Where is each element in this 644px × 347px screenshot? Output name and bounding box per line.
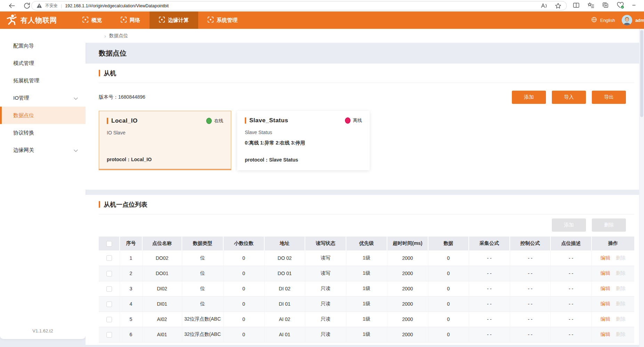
- col-data: 数据: [428, 237, 469, 250]
- row-checkbox[interactable]: [106, 271, 112, 276]
- status-badge: 在线: [206, 118, 223, 124]
- back-icon[interactable]: [8, 2, 16, 10]
- points-section-title: 从机一点位列表: [104, 200, 147, 209]
- cell-address: DI 01: [264, 296, 305, 312]
- cell-data: 0: [428, 312, 469, 327]
- delete-link[interactable]: 删除: [616, 331, 626, 337]
- chevron-down-icon: [74, 95, 78, 101]
- cell-rw: 读写: [305, 266, 346, 281]
- cell-priority: 1级: [346, 266, 387, 281]
- cell-description: - -: [550, 281, 591, 296]
- nav-label: 系统管理: [217, 17, 238, 24]
- chevron-down-icon: [74, 147, 78, 153]
- col-type: 数据类型: [182, 237, 223, 250]
- top-navbar: 有人物联网 概览 网络 边缘计算 系统管理 English: [0, 11, 644, 29]
- edit-link[interactable]: 编辑: [601, 270, 610, 276]
- cell-description: - -: [550, 296, 591, 312]
- refresh-icon[interactable]: [23, 2, 31, 10]
- collections-icon[interactable]: [602, 1, 609, 9]
- version-label: 版本号：: [99, 94, 118, 100]
- row-checkbox[interactable]: [106, 317, 112, 322]
- language-switcher[interactable]: English: [600, 18, 615, 23]
- import-button[interactable]: 导入: [552, 91, 586, 104]
- viewfinder-icon: [121, 17, 127, 24]
- url-text[interactable]: 192.168.1.1/#/origin/edgecalculation/Vie…: [65, 3, 169, 8]
- delete-points-button[interactable]: 删除: [592, 218, 626, 232]
- sidebar: 配置向导 模式管理 拓展机管理 IO管理 数据点位 协议转换 边缘网关 V1.1…: [0, 29, 86, 339]
- slave-card-slave-status[interactable]: Slave_Status 离线 Slave Status 0:离线 1:异常 2…: [237, 111, 370, 170]
- delete-link[interactable]: 删除: [616, 286, 626, 291]
- slave-description: Slave Status: [245, 130, 362, 135]
- split-screen-icon[interactable]: [572, 1, 580, 9]
- slave-card-local-io[interactable]: Local_IO 在线 IO Slave protocol：Local_IO: [99, 111, 231, 170]
- nav-label: 边缘计算: [168, 17, 189, 24]
- sidebar-item-expansion-management[interactable]: 拓展机管理: [0, 72, 86, 89]
- row-checkbox[interactable]: [106, 286, 112, 292]
- sidebar-item-label: 数据点位: [13, 112, 34, 119]
- sidebar-item-edge-gateway[interactable]: 边缘网关: [0, 141, 86, 159]
- sidebar-item-io-management[interactable]: IO管理: [0, 89, 86, 107]
- status-label: 离线: [353, 117, 362, 124]
- sidebar-item-protocol-conversion[interactable]: 协议转换: [0, 124, 86, 141]
- cell-decimals: 0: [223, 296, 264, 312]
- sidebar-item-config-wizard[interactable]: 配置向导: [0, 37, 86, 55]
- page-title: 数据点位: [99, 49, 127, 58]
- nav-item-system-management[interactable]: 系统管理: [198, 11, 247, 29]
- browser-essentials-icon[interactable]: [616, 1, 625, 9]
- edit-link[interactable]: 编辑: [601, 316, 610, 322]
- row-checkbox[interactable]: [106, 255, 112, 261]
- slave-section-header: 从机: [99, 64, 634, 83]
- cell-collect: - -: [469, 327, 510, 342]
- cell-seq: 6: [120, 327, 142, 342]
- delete-link[interactable]: 删除: [616, 255, 626, 261]
- user-avatar[interactable]: [622, 15, 632, 25]
- nav-item-overview[interactable]: 概览: [73, 11, 111, 29]
- nav-item-network[interactable]: 网络: [111, 11, 150, 29]
- delete-link[interactable]: 删除: [616, 301, 626, 306]
- more-options-icon[interactable]: [631, 1, 636, 9]
- favorite-star-icon[interactable]: [555, 2, 562, 9]
- row-checkbox[interactable]: [106, 332, 112, 338]
- edit-link[interactable]: 编辑: [601, 301, 610, 306]
- page-scrollbar[interactable]: [639, 29, 644, 347]
- edit-link[interactable]: 编辑: [601, 255, 610, 261]
- slave-protocol: protocol：Local_IO: [107, 157, 223, 163]
- breadcrumb-current[interactable]: 数据点位: [109, 33, 128, 39]
- export-button[interactable]: 导出: [592, 91, 626, 104]
- cell-control: - -: [510, 296, 550, 312]
- accent-bar: [107, 118, 108, 124]
- col-collect-formula: 采集公式: [469, 237, 510, 250]
- delete-link[interactable]: 删除: [616, 316, 626, 322]
- edit-link[interactable]: 编辑: [601, 331, 610, 337]
- sidebar-item-data-points[interactable]: 数据点位: [0, 107, 86, 124]
- col-control-formula: 控制公式: [510, 237, 550, 250]
- cell-control: - -: [510, 250, 550, 266]
- select-all-checkbox[interactable]: [106, 241, 112, 247]
- favorites-hub-icon[interactable]: [587, 1, 595, 9]
- browser-chrome: 不安全 | 192.168.1.1/#/origin/edgecalculati…: [0, 0, 644, 11]
- delete-link[interactable]: 删除: [616, 270, 626, 276]
- username[interactable]: adm: [635, 18, 644, 23]
- address-bar[interactable]: 不安全 | 192.168.1.1/#/origin/edgecalculati…: [31, 1, 567, 10]
- sidebar-item-mode-management[interactable]: 模式管理: [0, 55, 86, 72]
- cell-address: AI 01: [264, 327, 305, 342]
- add-point-button[interactable]: 添加: [552, 218, 586, 232]
- cell-rw: 读写: [305, 250, 346, 266]
- edit-link[interactable]: 编辑: [601, 286, 610, 291]
- read-aloud-icon[interactable]: [540, 2, 548, 9]
- slave-name: Slave_Status: [249, 117, 288, 124]
- cell-description: - -: [550, 250, 591, 266]
- cell-address: DO 02: [264, 250, 305, 266]
- cell-rw: 只读: [305, 312, 346, 327]
- brand-logo[interactable]: 有人物联网: [0, 14, 57, 26]
- slave-section-card: 从机 版本号：1680844896 添加 导入 导出 Local_IO 在线 I…: [86, 64, 639, 190]
- accent-bar: [99, 201, 100, 208]
- insecure-warning-icon[interactable]: [37, 3, 42, 8]
- add-slave-button[interactable]: 添加: [512, 91, 546, 104]
- nav-item-edge-computing[interactable]: 边缘计算: [150, 11, 198, 29]
- cell-type: 位: [182, 281, 223, 296]
- row-checkbox[interactable]: [106, 301, 112, 307]
- scrollbar-thumb[interactable]: [640, 30, 643, 117]
- nav-label: 概览: [91, 17, 102, 24]
- cell-timeout: 2000: [387, 281, 428, 296]
